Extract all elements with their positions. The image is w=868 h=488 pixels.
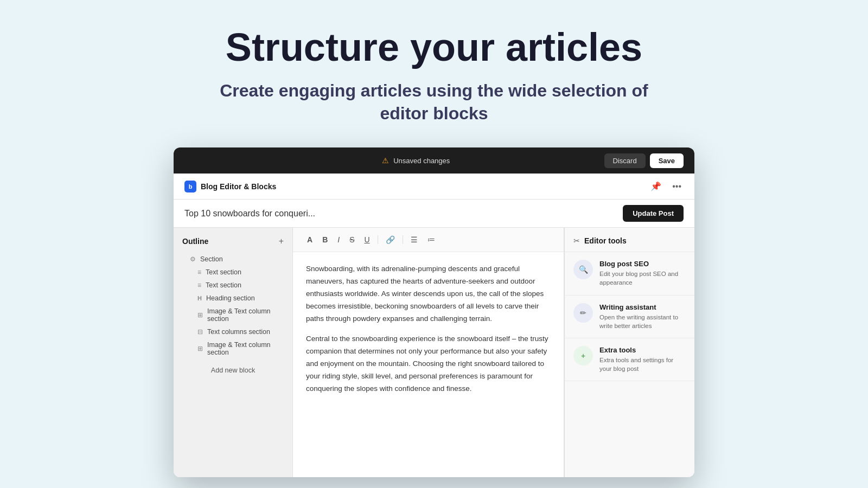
discard-button[interactable]: Discard: [604, 153, 646, 168]
bold-tool-button[interactable]: B: [319, 233, 331, 246]
outline-item-label: Image & Text column section: [207, 307, 284, 323]
align-tool-button[interactable]: ☰: [407, 233, 421, 246]
tool-card-extra[interactable]: + Extra tools Extra tools and settings f…: [565, 338, 694, 381]
writing-title: Writing assistant: [599, 303, 686, 311]
toolbar-divider-2: [403, 235, 403, 244]
seo-body: Blog post SEO Edit your blog post SEO an…: [599, 260, 686, 287]
update-post-button[interactable]: Update Post: [623, 205, 684, 222]
font-tool-button[interactable]: A: [304, 233, 316, 246]
save-button[interactable]: Save: [650, 153, 684, 168]
extra-icon: +: [573, 346, 593, 365]
extra-desc: Extra tools and settings for your blog p…: [599, 356, 686, 373]
writing-body: Writing assistant Open the writing assis…: [599, 303, 686, 330]
editor-paragraph-1: Snowboarding, with its adrenaline-pumpin…: [306, 263, 551, 325]
section-icon: ⚙: [190, 255, 196, 263]
seo-icon: 🔍: [573, 260, 593, 279]
outline-item-label: Heading section: [206, 294, 255, 302]
outline-item-label: Section: [200, 255, 223, 263]
hero-subtitle: Create engaging articles using the wide …: [212, 80, 656, 125]
unsaved-changes-notice: ⚠ Unsaved changes: [382, 156, 450, 165]
underline-tool-button[interactable]: U: [361, 233, 373, 246]
heading-icon: H: [197, 295, 202, 301]
italic-tool-button[interactable]: I: [334, 233, 343, 246]
editor-toolbar: A B I S U 🔗 ☰ ≔: [293, 228, 564, 252]
seo-title: Blog post SEO: [599, 260, 686, 268]
brand-label: Blog Editor & Blocks: [201, 182, 276, 191]
outline-add-button[interactable]: +: [279, 236, 284, 246]
link-tool-button[interactable]: 🔗: [382, 233, 398, 246]
outline-item-label: Text section: [206, 268, 241, 276]
warning-icon: ⚠: [382, 156, 389, 165]
post-title-input[interactable]: [184, 209, 623, 219]
outline-title: Outline: [182, 237, 208, 246]
top-bar-actions: Discard Save: [604, 153, 684, 168]
outline-item-text-2[interactable]: ≡ Text section: [174, 279, 292, 292]
sidebar-header: Outline +: [174, 236, 292, 253]
outline-item-image-text-1[interactable]: ⊞ Image & Text column section: [174, 305, 292, 325]
hero-title: Structure your articles: [0, 26, 868, 69]
top-bar: ⚠ Unsaved changes Discard Save: [174, 147, 694, 174]
unsaved-label: Unsaved changes: [393, 157, 450, 165]
right-panel: ✂ Editor tools 🔍 Blog post SEO Edit your…: [564, 228, 694, 477]
panel-header: ✂ Editor tools: [565, 228, 694, 252]
writing-desc: Open the writing assistant to write bett…: [599, 313, 686, 330]
pin-button[interactable]: 📌: [648, 179, 663, 194]
post-title-bar: Update Post: [174, 200, 694, 228]
tool-card-writing[interactable]: ✏ Writing assistant Open the writing ass…: [565, 296, 694, 338]
editor-content[interactable]: Snowboarding, with its adrenaline-pumpin…: [293, 252, 564, 477]
editor-area: A B I S U 🔗 ☰ ≔ Snowboarding, with its a…: [293, 228, 564, 477]
hero-section: Structure your articles Create engaging …: [0, 0, 868, 142]
text-icon-2: ≡: [197, 281, 201, 289]
add-new-block-button[interactable]: Add new block: [174, 361, 292, 380]
extra-body: Extra tools Extra tools and settings for…: [599, 346, 686, 373]
toolbar-divider-1: [378, 235, 378, 244]
image-text-icon-1: ⊞: [197, 311, 203, 319]
seo-desc: Edit your blog post SEO and appearance: [599, 269, 686, 287]
outline-item-label: Text columns section: [207, 328, 270, 336]
main-content: Outline + ⚙ Section ≡ Text section ≡ Tex…: [174, 228, 694, 477]
panel-title: Editor tools: [584, 236, 627, 245]
outline-item-text-1[interactable]: ≡ Text section: [174, 266, 292, 279]
text-icon-1: ≡: [197, 268, 201, 276]
writing-icon: ✏: [573, 303, 593, 323]
outline-item-label: Image & Text column section: [207, 341, 284, 356]
outline-item-section[interactable]: ⚙ Section: [174, 253, 292, 266]
editor-paragraph-2: Central to the snowboarding experience i…: [306, 333, 551, 395]
app-bar-right: 📌 •••: [648, 179, 684, 194]
list-tool-button[interactable]: ≔: [424, 233, 438, 246]
text-columns-icon: ⊟: [197, 328, 203, 336]
more-options-button[interactable]: •••: [670, 179, 684, 194]
outline-item-text-columns[interactable]: ⊟ Text columns section: [174, 325, 292, 338]
app-brand: b Blog Editor & Blocks: [184, 181, 276, 192]
brand-icon: b: [184, 181, 196, 192]
tool-card-seo[interactable]: 🔍 Blog post SEO Edit your blog post SEO …: [565, 252, 694, 295]
outline-item-image-text-2[interactable]: ⊞ Image & Text column section: [174, 338, 292, 359]
image-text-icon-2: ⊞: [197, 345, 203, 352]
outline-item-label: Text section: [206, 281, 241, 289]
sidebar: Outline + ⚙ Section ≡ Text section ≡ Tex…: [174, 228, 293, 477]
strikethrough-tool-button[interactable]: S: [346, 233, 358, 246]
app-window: ⚠ Unsaved changes Discard Save b Blog Ed…: [174, 147, 694, 477]
panel-header-icon: ✂: [573, 236, 580, 245]
app-bar: b Blog Editor & Blocks 📌 •••: [174, 174, 694, 200]
extra-title: Extra tools: [599, 346, 686, 354]
outline-item-heading[interactable]: H Heading section: [174, 292, 292, 305]
